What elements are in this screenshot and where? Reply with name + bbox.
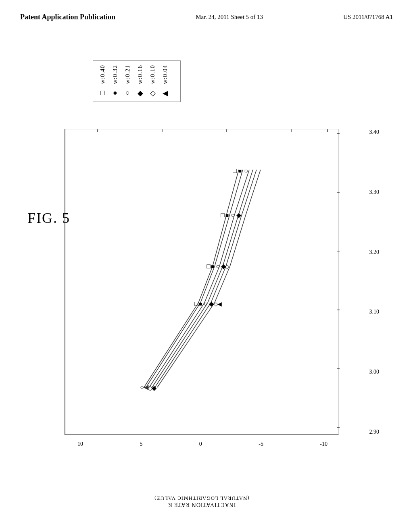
svg-line-16 [155, 303, 211, 387]
svg-text:◆: ◆ [152, 384, 157, 391]
svg-line-5 [200, 266, 215, 303]
legend-item-5: w:0.10 ◇ [149, 65, 156, 98]
svg-line-0 [144, 303, 198, 387]
y-tick-3-40: 3.40 [369, 129, 380, 135]
y-tick-3-30: 3.30 [369, 189, 380, 195]
page-header: Patent Application Publication Mar. 24, … [0, 0, 413, 26]
x-tick-10: 10 [77, 441, 83, 447]
chart-plot: ○ ◀ ◇ ◆ □ ■ ○ ◆ ◇ ◀ □ ■ ○ ◆ ◇ □ ■ ○ ◆ □ … [65, 129, 339, 435]
sheet-info: Mar. 24, 2011 Sheet 5 of 13 [196, 12, 263, 22]
svg-line-17 [211, 266, 226, 303]
legend-symbol-2: ● [113, 89, 117, 97]
legend-symbol-6: ◀ [163, 89, 168, 98]
svg-line-12 [152, 303, 208, 387]
svg-text:■: ■ [199, 301, 202, 307]
legend-label-5: w:0.10 [149, 65, 156, 84]
legend-symbol-3: ○ [125, 89, 130, 97]
svg-text:□: □ [206, 263, 211, 270]
legend-symbol-5: ◇ [150, 89, 156, 98]
legend-symbol-4: ◆ [138, 89, 143, 98]
legend-label-4: w:0.16 [137, 65, 144, 84]
y-tick-2-90: 2.90 [369, 429, 380, 435]
svg-line-1 [198, 266, 213, 303]
publication-label: Patent Application Publication [20, 12, 115, 22]
svg-line-6 [215, 214, 230, 266]
legend-item-3: w:0.21 ○ [124, 65, 131, 98]
svg-text:■: ■ [238, 168, 242, 174]
legend-label-6: w:0.04 [162, 65, 169, 84]
svg-line-13 [208, 266, 223, 303]
svg-text:○: ○ [216, 263, 220, 270]
y-tick-3-20: 3.20 [369, 249, 380, 256]
x-axis-title: INACTIVATION RATE K (NATURAL LOGARITHMIC… [65, 495, 339, 508]
y-tick-3-00: 3.00 [369, 369, 380, 375]
y-tick-3-10: 3.10 [369, 309, 380, 315]
legend-label-2: w:0.32 [112, 65, 119, 84]
legend-item-6: w:0.04 ◀ [162, 65, 169, 98]
svg-line-20 [157, 303, 215, 387]
svg-line-23 [246, 170, 261, 214]
svg-line-14 [223, 214, 239, 266]
svg-line-19 [242, 170, 257, 214]
patent-number: US 2011/071768 A1 [343, 12, 393, 22]
svg-text:○: ○ [204, 300, 208, 307]
x-axis-title-line2: (NATURAL LOGARITHMIC VALUE) [65, 495, 339, 501]
legend: w:0.40 □ w:0.32 ● w:0.21 ○ w:0.16 ◆ w:0.… [93, 60, 181, 102]
legend-item-1: w:0.40 □ [99, 65, 106, 98]
x-tick-neg5: -5 [259, 441, 263, 447]
legend-item-2: w:0.32 ● [112, 65, 119, 98]
y-axis-right-labels: 3.40 3.30 3.20 3.10 3.00 2.90 [369, 129, 382, 435]
svg-text:○: ○ [231, 212, 235, 218]
svg-text:□: □ [233, 167, 237, 174]
x-tick-5: 5 [140, 441, 142, 447]
svg-line-18 [226, 214, 242, 266]
chart-area: ○ ◀ ◇ ◆ □ ■ ○ ◆ ◇ ◀ □ ■ ○ ◆ ◇ □ ■ ○ ◆ □ … [48, 129, 379, 459]
x-axis-title-line1: INACTIVATION RATE K [65, 501, 339, 508]
legend-label-3: w:0.21 [124, 65, 131, 84]
legend-symbol-1: □ [100, 89, 105, 97]
svg-text:○: ○ [244, 167, 248, 174]
svg-text:■: ■ [225, 212, 229, 218]
x-tick-0: 0 [199, 441, 202, 447]
svg-text:◆: ◆ [236, 212, 242, 218]
svg-text:◀: ◀ [217, 301, 222, 307]
x-tick-neg10: -10 [320, 441, 327, 447]
svg-text:■: ■ [211, 264, 214, 270]
svg-line-4 [146, 303, 200, 387]
x-axis-labels: 10 5 0 -5 -10 [65, 441, 340, 447]
legend-label-1: w:0.40 [99, 65, 106, 84]
svg-line-2 [213, 214, 227, 266]
svg-text:◇: ◇ [225, 264, 229, 270]
svg-text:□: □ [194, 300, 198, 307]
chart-svg: ○ ◀ ◇ ◆ □ ■ ○ ◆ ◇ ◀ □ ■ ○ ◆ ◇ □ ■ ○ ◆ □ … [65, 129, 340, 436]
legend-item-4: w:0.16 ◆ [137, 65, 144, 98]
svg-line-8 [149, 303, 204, 387]
svg-text:□: □ [221, 212, 225, 218]
